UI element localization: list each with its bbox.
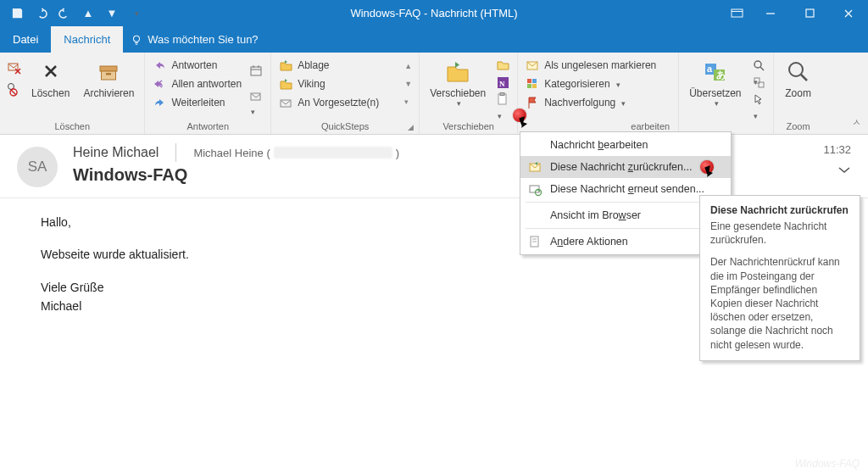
recipients-suffix: ) xyxy=(396,147,399,159)
move-label: Verschieben xyxy=(430,88,486,99)
ribbon: Löschen Archivieren Löschen Antworten Al… xyxy=(0,53,868,135)
window-buttons xyxy=(722,0,868,26)
avatar: SA xyxy=(17,147,58,187)
cursor-icon xyxy=(706,166,721,181)
dialog-launcher-icon[interactable]: ◢ xyxy=(408,123,416,131)
menu-edit-message[interactable]: Nachricht bearbeiten xyxy=(520,134,731,156)
recipients: Michael Heine ( ) xyxy=(193,147,399,159)
mark-unread-label: Als ungelesen markieren xyxy=(544,59,656,71)
quickstep-1[interactable]: Ablage xyxy=(276,56,381,75)
followup-button[interactable]: Nachverfolgung xyxy=(523,93,659,112)
resend-icon xyxy=(527,181,542,197)
screentip-text-1: Eine gesendete Nachricht zurückrufen. xyxy=(710,220,849,247)
svg-rect-25 xyxy=(527,84,531,88)
group-delete: Löschen Archivieren Löschen xyxy=(0,53,145,134)
archive-button[interactable]: Archivieren xyxy=(78,56,139,101)
mark-unread-button[interactable]: Als ungelesen markieren xyxy=(523,56,659,75)
editing-extra-column xyxy=(750,56,768,109)
svg-line-36 xyxy=(801,75,807,81)
group-zoom-label: Zoom xyxy=(779,120,818,132)
more-respond-icon[interactable] xyxy=(249,91,264,105)
select-icon[interactable] xyxy=(752,92,766,107)
rules-icon[interactable] xyxy=(496,58,510,73)
tab-message[interactable]: Nachricht xyxy=(51,26,123,53)
actions-icon[interactable] xyxy=(496,92,510,107)
menu-separator xyxy=(526,228,726,229)
screentip-title: Diese Nachricht zurückrufen xyxy=(710,204,849,216)
ribbon-display-options-icon[interactable] xyxy=(722,0,751,26)
blank-icon xyxy=(527,208,542,223)
translate-label: Übersetzen xyxy=(689,88,741,99)
svg-rect-9 xyxy=(100,66,117,71)
chevron-down-icon[interactable] xyxy=(821,163,851,178)
ignore-icon[interactable] xyxy=(7,60,21,75)
meeting-icon[interactable] xyxy=(249,64,264,78)
collapse-ribbon-icon[interactable]: ㅅ xyxy=(852,116,861,129)
categorize-label: Kategorisieren xyxy=(544,78,609,90)
junk-icon[interactable] xyxy=(7,82,21,97)
qs1-label: Ablage xyxy=(298,59,329,71)
tab-file[interactable]: Datei xyxy=(0,26,51,53)
svg-rect-3 xyxy=(806,9,814,17)
group-tags-label: earbeiten xyxy=(523,120,673,132)
qs3-label: An Vorgesetzte(n) xyxy=(298,97,379,109)
svg-rect-26 xyxy=(532,84,537,88)
svg-rect-11 xyxy=(106,73,111,75)
svg-point-31 xyxy=(754,61,761,68)
save-icon[interactable] xyxy=(8,5,25,22)
minimize-button[interactable] xyxy=(751,0,790,26)
undo-icon[interactable] xyxy=(32,5,49,22)
zoom-button[interactable]: Zoom xyxy=(779,56,818,101)
close-button[interactable] xyxy=(829,0,868,26)
related-icon[interactable] xyxy=(752,75,766,90)
quickstep-2[interactable]: Viking xyxy=(276,75,381,93)
reply-button[interactable]: Antworten xyxy=(150,56,244,75)
zoom-icon xyxy=(784,58,813,86)
svg-rect-0 xyxy=(732,9,743,17)
delete-button[interactable]: Löschen xyxy=(26,56,75,101)
svg-rect-23 xyxy=(527,79,531,83)
svg-line-8 xyxy=(11,90,16,95)
message-time: 11:32 xyxy=(823,143,851,156)
quickstep-3[interactable]: An Vorgesetzte(n) xyxy=(276,93,381,112)
group-respond: Antworten Allen antworten Weiterleiten A… xyxy=(145,53,271,134)
group-quicksteps-label: QuickSteps xyxy=(276,120,414,132)
forward-icon xyxy=(153,96,167,110)
onenote-icon[interactable]: N xyxy=(496,75,510,90)
categorize-button[interactable]: Kategorisieren xyxy=(523,75,659,93)
quick-access-toolbar: ▲ ▼ xyxy=(0,5,144,22)
find-icon[interactable] xyxy=(752,58,766,73)
archive-icon xyxy=(94,58,123,86)
move-button[interactable]: Verschieben xyxy=(425,56,491,109)
redacted-area xyxy=(274,147,392,159)
qs2-label: Viking xyxy=(298,78,325,90)
reply-all-icon xyxy=(153,77,167,92)
svg-text:あ: あ xyxy=(716,70,726,81)
redo-icon[interactable] xyxy=(56,5,73,22)
other-actions-icon xyxy=(527,234,542,249)
svg-point-35 xyxy=(789,63,803,76)
svg-line-32 xyxy=(760,67,764,70)
translate-button[interactable]: aあ Übersetzen xyxy=(684,56,746,109)
menu-recall-message[interactable]: Diese Nachricht zurückrufen... xyxy=(520,156,731,178)
quicksteps-scroll[interactable]: ▲ ▼ ▾ xyxy=(403,56,414,112)
maximize-button[interactable] xyxy=(790,0,829,26)
blank-icon xyxy=(527,137,542,153)
arrow-up-icon[interactable]: ▲ xyxy=(80,5,97,22)
categorize-icon xyxy=(526,77,540,92)
group-editing-label xyxy=(684,120,767,132)
forward-button[interactable]: Weiterleiten xyxy=(150,93,244,112)
respond-more-column xyxy=(248,56,265,112)
qat-customize-icon[interactable] xyxy=(127,5,144,22)
recall-icon xyxy=(527,159,542,175)
group-delete-label: Löschen xyxy=(5,120,139,132)
recipients-prefix: Michael Heine ( xyxy=(193,147,270,159)
tell-me-search[interactable]: Was möchten Sie tun? xyxy=(123,26,258,53)
move-extra-column: N xyxy=(494,56,512,109)
screentip-text-2: Der Nachrichtenrückruf kann die im Poste… xyxy=(710,255,849,351)
sender-name: Heine Michael xyxy=(73,145,159,160)
lightbulb-icon xyxy=(130,33,142,46)
reply-all-button[interactable]: Allen antworten xyxy=(150,75,244,93)
group-editing: aあ Übersetzen xyxy=(679,53,773,134)
arrow-down-icon[interactable]: ▼ xyxy=(103,5,120,22)
